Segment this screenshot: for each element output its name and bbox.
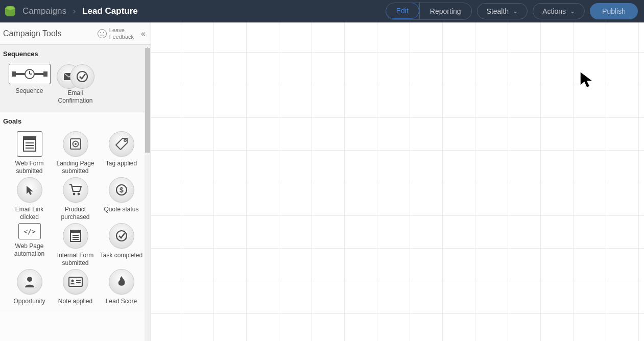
left-panel-header: Campaign Tools Leave Feedback «	[0, 22, 151, 45]
publish-label: Publish	[602, 7, 626, 15]
svg-rect-3	[12, 71, 16, 77]
svg-point-19	[124, 139, 126, 141]
breadcrumb-current: Lead Capture	[82, 6, 138, 16]
collapse-panel-button[interactable]: «	[141, 29, 146, 38]
tool-label: Product purchased	[53, 206, 99, 221]
tool-label: Tag applied	[106, 160, 137, 167]
tool-label: Landing Page submitted	[53, 160, 99, 175]
tool-label: Email Confirmation	[53, 89, 99, 105]
tool-lead-score[interactable]: Lead Score	[99, 269, 145, 305]
tool-internal-form-submitted[interactable]: Internal Form submitted	[53, 223, 99, 267]
tag-icon	[109, 131, 134, 157]
tool-label: Opportunity	[13, 298, 45, 305]
chevron-down-icon: ⌄	[570, 8, 575, 15]
svg-point-34	[71, 280, 74, 282]
tool-email-link-clicked[interactable]: Email Link clicked	[7, 177, 53, 221]
goals-section: Goals Web Form submitted	[0, 112, 151, 312]
sequences-grid: Sequence	[0, 61, 151, 112]
header-right: Edit Reporting Stealth ⌄ Actions ⌄ Publi…	[386, 3, 638, 20]
tool-product-purchased[interactable]: Product purchased	[53, 177, 99, 221]
tool-label: Internal Form submitted	[53, 252, 99, 267]
chevron-down-icon: ⌄	[513, 8, 518, 15]
goals-title: Goals	[0, 112, 151, 128]
task-check-icon	[109, 223, 134, 249]
edit-tab-label: Edit	[396, 7, 409, 15]
publish-button[interactable]: Publish	[590, 3, 638, 19]
mode-toggle: Edit Reporting	[386, 3, 472, 20]
smile-icon	[98, 29, 107, 38]
sequence-icon	[9, 64, 51, 84]
svg-rect-4	[43, 71, 47, 77]
actions-dropdown[interactable]: Actions ⌄	[533, 3, 585, 19]
tool-sequence[interactable]: Sequence	[7, 64, 53, 105]
panel-title: Campaign Tools	[3, 29, 61, 38]
canvas[interactable]	[151, 22, 644, 341]
tool-label: Note applied	[58, 298, 92, 305]
svg-point-32	[27, 277, 32, 282]
tool-opportunity[interactable]: Opportunity	[7, 269, 53, 305]
tool-label: Task completed	[100, 252, 142, 259]
tool-label: Email Link clicked	[7, 206, 53, 221]
feedback-line1: Leave	[109, 27, 125, 33]
tool-task-completed[interactable]: Task completed	[99, 223, 145, 267]
internal-form-icon	[63, 223, 88, 249]
id-card-icon	[63, 269, 88, 295]
svg-rect-27	[70, 230, 81, 233]
tool-email-confirmation[interactable]: Email Confirmation	[53, 64, 99, 105]
sequences-section: Sequences Sequence	[0, 45, 151, 112]
svg-marker-20	[27, 186, 33, 195]
tool-label: Quote status	[104, 206, 138, 213]
svg-point-31	[116, 231, 127, 241]
tool-web-form-submitted[interactable]: Web Form submitted	[7, 131, 53, 175]
edit-tab[interactable]: Edit	[386, 3, 419, 19]
form-icon	[17, 131, 42, 157]
left-panel: Campaign Tools Leave Feedback « Sequence…	[0, 22, 151, 341]
reporting-tab-label: Reporting	[430, 7, 461, 15]
actions-label: Actions	[542, 7, 566, 15]
flame-icon	[109, 269, 134, 295]
breadcrumb: Campaigns › Lead Capture	[22, 6, 138, 16]
svg-marker-18	[116, 138, 127, 150]
tool-tag-applied[interactable]: Tag applied	[99, 131, 145, 175]
stealth-label: Stealth	[487, 7, 509, 15]
tool-web-page-automation[interactable]: </> Web Page automation	[7, 223, 53, 267]
cursor-click-icon	[17, 177, 42, 203]
code-icon: </>	[18, 223, 41, 239]
scroll-thumb[interactable]	[145, 48, 150, 153]
tool-label: Sequence	[15, 87, 43, 95]
svg-text:$: $	[120, 186, 124, 194]
tool-note-applied[interactable]: Note applied	[53, 269, 99, 305]
left-panel-scroll[interactable]: Sequences Sequence	[0, 45, 151, 341]
feedback-line2: Feedback	[109, 34, 134, 40]
logo-icon	[5, 6, 15, 16]
feedback-text: Leave Feedback	[109, 27, 134, 39]
tool-quote-status[interactable]: $ Quote status	[99, 177, 145, 221]
header-bar: Campaigns › Lead Capture Edit Reporting …	[0, 0, 644, 22]
svg-rect-11	[23, 137, 36, 140]
tool-label: Lead Score	[106, 298, 137, 305]
tool-landing-page-submitted[interactable]: Landing Page submitted	[53, 131, 99, 175]
breadcrumb-root[interactable]: Campaigns	[22, 6, 66, 16]
leave-feedback-button[interactable]: Leave Feedback	[98, 27, 134, 39]
tool-label: Web Form submitted	[7, 160, 53, 175]
svg-point-22	[77, 193, 80, 196]
cart-icon	[63, 177, 88, 203]
svg-point-17	[75, 143, 77, 145]
tool-label: Web Page automation	[7, 242, 53, 258]
email-confirmation-icon	[57, 64, 94, 89]
stealth-dropdown[interactable]: Stealth ⌄	[477, 3, 528, 19]
person-icon	[17, 269, 42, 295]
reporting-tab[interactable]: Reporting	[419, 3, 471, 19]
sequences-title: Sequences	[0, 45, 151, 61]
svg-text:</>: </>	[23, 228, 36, 235]
goals-grid: Web Form submitted Landing Page submitte…	[0, 128, 151, 312]
breadcrumb-separator: ›	[69, 6, 80, 16]
landing-page-icon	[63, 131, 88, 157]
panel-scrollbar[interactable]: ▴	[145, 45, 151, 341]
check-circle-icon	[76, 70, 88, 83]
dollar-icon: $	[109, 177, 134, 203]
svg-point-9	[77, 71, 87, 82]
svg-point-21	[73, 193, 75, 196]
